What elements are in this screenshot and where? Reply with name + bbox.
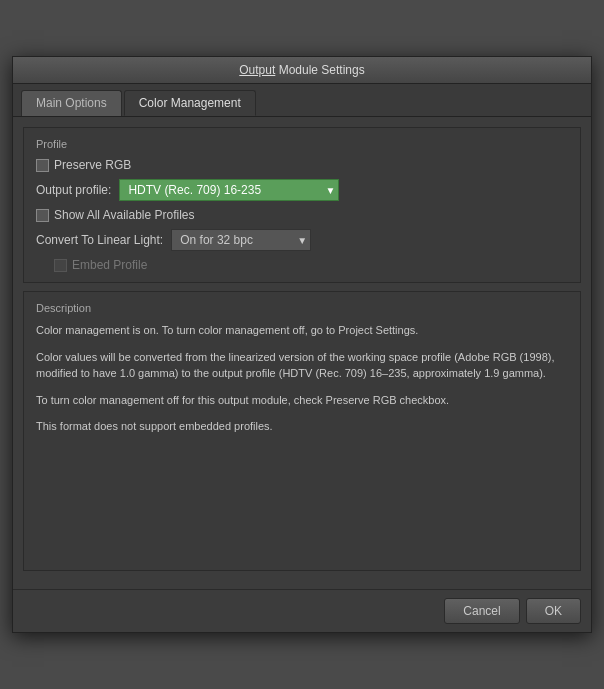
- profile-section-title: Profile: [36, 138, 568, 150]
- show-all-profiles-label[interactable]: Show All Available Profiles: [36, 208, 195, 222]
- description-paragraph-3: This format does not support embedded pr…: [36, 418, 568, 435]
- cancel-button[interactable]: Cancel: [444, 598, 519, 624]
- preserve-rgb-label[interactable]: Preserve RGB: [36, 158, 131, 172]
- preserve-rgb-row: Preserve RGB: [36, 158, 568, 172]
- embed-profile-text: Embed Profile: [72, 258, 147, 272]
- convert-linear-select[interactable]: On for 32 bpc Off Always On: [171, 229, 311, 251]
- output-profile-select[interactable]: HDTV (Rec. 709) 16-235 sRGB Adobe RGB (1…: [119, 179, 339, 201]
- tab-color-management[interactable]: Color Management: [124, 90, 256, 116]
- preserve-rgb-checkbox[interactable]: [36, 159, 49, 172]
- tab-bar: Main Options Color Management: [13, 84, 591, 117]
- description-paragraph-1: Color values will be converted from the …: [36, 349, 568, 382]
- embed-profile-row: Embed Profile: [36, 258, 568, 272]
- output-profile-label: Output profile:: [36, 183, 111, 197]
- embed-profile-label: Embed Profile: [54, 258, 147, 272]
- ok-button[interactable]: OK: [526, 598, 581, 624]
- footer: Cancel OK: [13, 589, 591, 632]
- content-area: Profile Preserve RGB Output profile: HDT…: [13, 117, 591, 589]
- profile-section: Profile Preserve RGB Output profile: HDT…: [23, 127, 581, 283]
- title-suffix: Module Settings: [275, 63, 364, 77]
- output-profile-wrapper: HDTV (Rec. 709) 16-235 sRGB Adobe RGB (1…: [119, 179, 339, 201]
- title-highlight: Output: [239, 63, 275, 77]
- convert-linear-row: Convert To Linear Light: On for 32 bpc O…: [36, 229, 568, 251]
- convert-linear-wrapper: On for 32 bpc Off Always On ▼: [171, 229, 311, 251]
- description-paragraph-0: Color management is on. To turn color ma…: [36, 322, 568, 339]
- output-profile-row: Output profile: HDTV (Rec. 709) 16-235 s…: [36, 179, 568, 201]
- show-all-profiles-checkbox[interactable]: [36, 209, 49, 222]
- preserve-rgb-text: Preserve RGB: [54, 158, 131, 172]
- convert-linear-label: Convert To Linear Light:: [36, 233, 163, 247]
- tab-main-options[interactable]: Main Options: [21, 90, 122, 116]
- show-all-profiles-row: Show All Available Profiles: [36, 208, 568, 222]
- dialog: Output Module Settings Main Options Colo…: [12, 56, 592, 633]
- title-bar: Output Module Settings: [13, 57, 591, 84]
- description-section: Description Color management is on. To t…: [23, 291, 581, 571]
- embed-profile-checkbox: [54, 259, 67, 272]
- description-paragraph-2: To turn color management off for this ou…: [36, 392, 568, 409]
- description-section-title: Description: [36, 302, 568, 314]
- show-all-profiles-text: Show All Available Profiles: [54, 208, 195, 222]
